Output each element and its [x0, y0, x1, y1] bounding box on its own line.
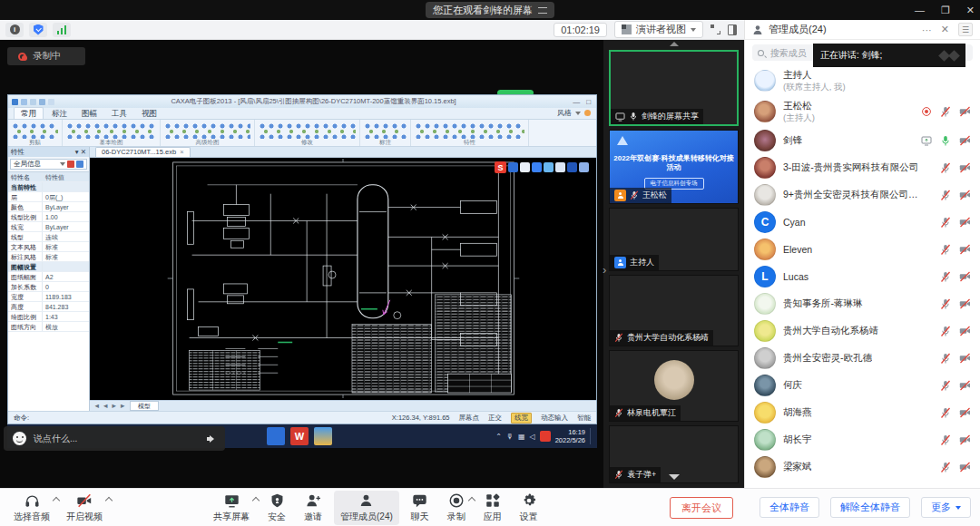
scroll-up-icon[interactable] [670, 42, 679, 46]
toolbar-audio[interactable]: 选择音频 [7, 491, 56, 525]
thumbnail-wangsongsong[interactable]: 2022年双创赛·科技成果转移转化对接活动 电子信息科创专场 王松松 [609, 130, 739, 204]
stamp-s-icon[interactable]: S [495, 161, 506, 173]
cad-minimize-icon[interactable]: — [573, 98, 580, 106]
toolbar-manage-members[interactable]: 管理成员(24) [334, 491, 399, 525]
mic-muted-icon[interactable] [940, 434, 951, 446]
tab-close-icon[interactable]: × [180, 148, 183, 157]
prop-value[interactable]: 横放 [43, 322, 89, 331]
ribbon-group[interactable]: 修改 [255, 120, 360, 146]
more-button[interactable]: 更多 [921, 497, 971, 518]
panel-menu-icon[interactable]: ☰ [958, 23, 973, 36]
security-chip[interactable] [29, 23, 47, 37]
prop-value[interactable]: 标准 [43, 252, 89, 261]
speaker-icon[interactable] [207, 434, 216, 443]
show-desktop-button[interactable] [590, 428, 593, 444]
camera-off-icon[interactable] [959, 217, 971, 228]
prop-value[interactable]: ByLayer [43, 202, 89, 211]
banner-menu-icon[interactable] [538, 7, 547, 14]
maximize-button[interactable]: ❐ [941, 5, 950, 16]
member-row[interactable]: 胡海燕 [745, 399, 980, 426]
mic-muted-icon[interactable] [940, 353, 951, 365]
mic-muted-icon[interactable] [940, 298, 951, 310]
member-row[interactable]: 3-田波-贵州贵实网科技有限公司 [745, 154, 980, 181]
tray-mic-icon[interactable]: 🎙 [506, 433, 514, 441]
new-icon[interactable] [21, 99, 27, 105]
status-ortho[interactable]: 正交 [488, 414, 502, 423]
quick-chat-overlay[interactable]: 说点什么... [4, 426, 225, 451]
minimize-button[interactable]: — [915, 5, 925, 15]
stamp-icon[interactable] [579, 162, 589, 172]
thumbnail-yuanzidan[interactable]: 袁子弹+ [609, 425, 739, 483]
mic-muted-icon[interactable] [940, 106, 951, 118]
prop-group[interactable]: 图幅设置 [8, 262, 43, 271]
mute-all-button[interactable]: 全体静音 [760, 497, 819, 518]
toolbar-record[interactable]: 录制 [441, 491, 472, 525]
scroll-down-icon[interactable] [669, 474, 680, 480]
view-mode-select[interactable]: 演讲者视图 [614, 21, 703, 38]
fullscreen-icon[interactable] [710, 24, 720, 34]
camera-off-icon[interactable] [959, 353, 971, 364]
member-row[interactable]: 梁家斌 [745, 453, 980, 481]
tray-expand-icon[interactable]: ⌃ [495, 433, 502, 441]
status-smart[interactable]: 智能 [577, 414, 591, 423]
taskbar-app-folder-icon[interactable] [314, 427, 332, 445]
member-row[interactable]: 9+贵州全安密灵科技有限公司+赵昆龙 [745, 181, 980, 209]
meeting-info-chip[interactable]: i [5, 23, 24, 37]
camera-off-icon[interactable] [959, 135, 971, 146]
undo-icon[interactable] [48, 99, 54, 105]
status-dynamic-input[interactable]: 动态输入 [541, 414, 568, 423]
mic-muted-icon[interactable] [940, 462, 951, 473]
quick-chat-placeholder[interactable]: 说点什么... [34, 433, 200, 445]
tray-ime-icon[interactable] [540, 431, 551, 442]
tab-changyong[interactable]: 常用 [14, 107, 44, 119]
camera-off-icon[interactable] [959, 271, 971, 282]
taskbar-clock[interactable]: 16:19 2022/5/26 [555, 428, 585, 444]
mic-muted-icon[interactable] [940, 380, 951, 392]
close-button[interactable]: ✕ [966, 5, 975, 16]
document-tab[interactable]: 06-DYC2710MT...15.exb× [95, 147, 191, 157]
prop-value[interactable]: 标准 [43, 242, 89, 251]
open-icon[interactable] [30, 99, 36, 105]
panel-more-icon[interactable]: ··· [922, 24, 932, 35]
leave-meeting-button[interactable]: 离开会议 [670, 497, 733, 519]
mic-muted-icon[interactable] [940, 162, 951, 174]
toolbar-security[interactable]: 安全 [261, 491, 292, 525]
nav-arrows[interactable]: ◄ ◄ ► ► [93, 402, 126, 410]
camera-off-icon[interactable] [959, 106, 971, 117]
network-chip[interactable] [53, 23, 71, 37]
ribbon-group[interactable]: 标注 [360, 120, 411, 146]
camera-off-icon[interactable] [959, 190, 971, 200]
drawing-canvas[interactable]: 06-DYC2710MT...15.exb× S [90, 147, 596, 411]
member-row[interactable]: 贵知事务所-蒋琳琳 [745, 290, 980, 317]
tab-shitu[interactable]: 视图 [135, 108, 163, 119]
tray-volume-icon[interactable]: ◁ [529, 433, 534, 441]
unmute-all-button[interactable]: 解除全体静音 [830, 497, 910, 518]
toolbar-chat[interactable]: 聊天 [405, 491, 436, 525]
emoji-icon[interactable] [13, 432, 26, 445]
toolbar-apps[interactable]: 应用 [477, 491, 508, 525]
panel-close-icon[interactable]: ✕ [941, 24, 949, 35]
help-icon[interactable] [584, 110, 591, 116]
prop-group[interactable]: 当前特性 [8, 182, 43, 191]
thumbnail-yangjing[interactable]: 贵州大学自动化系杨靖 [609, 275, 739, 346]
model-tab[interactable]: 模型 [130, 401, 159, 411]
member-row[interactable]: Eleven [745, 236, 980, 263]
prop-value[interactable]: 1189.183 [43, 292, 89, 301]
prop-value[interactable]: 1.00 [43, 212, 89, 221]
camera-off-icon[interactable] [959, 462, 971, 472]
camera-off-icon[interactable] [959, 407, 971, 418]
chevron-up-icon[interactable] [468, 497, 475, 504]
prop-value[interactable]: 841.283 [43, 302, 89, 311]
ribbon-group[interactable]: 剪贴 [8, 120, 63, 146]
prop-value[interactable]: 1:43 [43, 312, 89, 321]
status-screen-point[interactable]: 屏幕点 [459, 414, 480, 423]
mic-muted-icon[interactable] [940, 190, 951, 201]
mic-muted-icon[interactable] [940, 407, 951, 419]
stamp-icon[interactable] [544, 162, 554, 172]
cad-maximize-icon[interactable]: □ [586, 98, 591, 106]
member-row[interactable]: LLucas [745, 263, 980, 290]
camera-off-icon[interactable] [959, 326, 971, 336]
camera-off-icon[interactable] [959, 380, 971, 391]
scope-select[interactable]: 全局信息 [10, 159, 87, 170]
chevron-up-icon[interactable] [53, 497, 60, 504]
